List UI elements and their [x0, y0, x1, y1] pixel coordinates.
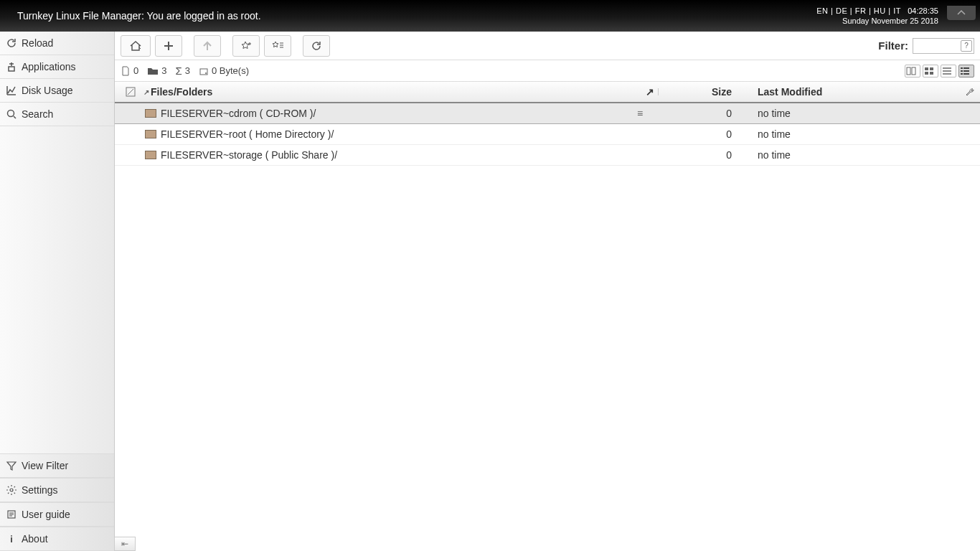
collapse-topbar-button[interactable]	[947, 6, 976, 20]
info-icon	[6, 533, 17, 545]
sidebar-item-settings[interactable]: Settings	[0, 478, 114, 502]
view-details-button[interactable]	[958, 65, 974, 77]
svg-rect-12	[930, 72, 933, 75]
select-all-checkbox[interactable]	[121, 87, 141, 97]
svg-rect-10	[930, 67, 933, 70]
status-bar: 0 3 Σ 3 0 Byte(s)	[115, 60, 980, 82]
chevron-up-icon	[956, 9, 966, 17]
row-size: 0	[659, 108, 745, 119]
svg-rect-7	[907, 67, 910, 75]
row-name: FILESERVER~storage ( Public Share )/	[156, 149, 637, 161]
book-icon	[6, 509, 17, 520]
row-modified: no time	[745, 108, 960, 119]
svg-rect-16	[963, 70, 969, 72]
view-columns-button[interactable]	[905, 65, 920, 77]
reload-icon	[6, 37, 17, 49]
row-name: FILESERVER~root ( Home Directory )/	[156, 128, 637, 140]
file-icon	[121, 65, 131, 77]
bookmarks-button[interactable]	[264, 35, 291, 57]
svg-point-1	[10, 489, 13, 491]
row-menu-button[interactable]: ≡	[637, 108, 659, 119]
folder-icon	[145, 130, 156, 138]
refresh-icon	[311, 40, 322, 52]
refresh-button[interactable]	[303, 35, 330, 57]
row-modified: no time	[745, 128, 960, 140]
sidebar-item-label: Reload	[22, 37, 53, 49]
arrow-up-icon	[202, 40, 213, 52]
sidebar-item-label: Disk Usage	[22, 85, 73, 96]
svg-rect-9	[925, 67, 928, 70]
search-icon	[6, 108, 17, 120]
home-icon	[128, 39, 143, 52]
row-name: FILESERVER~cdrom ( CD-ROM )/	[156, 108, 637, 119]
gear-icon	[6, 484, 17, 496]
table-row[interactable]: FILESERVER~storage ( Public Share )/0no …	[115, 145, 980, 166]
wrench-icon	[965, 87, 975, 97]
language-switcher[interactable]: EN | DE | FR | HU | IT	[816, 6, 901, 15]
sidebar: Reload Applications Disk Usage Search Vi…	[0, 32, 115, 551]
svg-point-3	[11, 535, 12, 537]
bookmark-add-button[interactable]	[232, 35, 260, 57]
collapse-sidebar-button[interactable]: ⇤	[114, 537, 136, 551]
column-header-modified[interactable]: Last Modified	[745, 86, 960, 98]
row-size: 0	[659, 128, 745, 140]
sidebar-item-reload[interactable]: Reload	[0, 32, 114, 55]
filter-label: Filter:	[878, 39, 908, 52]
applications-icon	[6, 61, 17, 72]
table-header: ↗ Files/Folders ↗ Size Last Modified	[115, 82, 980, 103]
list-icon	[942, 67, 952, 75]
svg-rect-4	[11, 537, 12, 542]
table-row[interactable]: FILESERVER~cdrom ( CD-ROM )/≡0no time	[115, 103, 980, 124]
folder-icon	[145, 109, 156, 118]
new-button[interactable]	[155, 35, 182, 57]
up-button[interactable]	[194, 35, 221, 57]
home-button[interactable]	[121, 35, 151, 57]
sidebar-item-user-guide[interactable]: User guide	[0, 502, 114, 527]
toolbar: Filter: ?	[115, 32, 980, 60]
bytes-label: 0 Byte(s)	[212, 65, 249, 76]
view-list-button[interactable]	[941, 65, 956, 77]
star-plus-icon	[240, 40, 253, 52]
table-body: FILESERVER~cdrom ( CD-ROM )/≡0no timeFIL…	[115, 103, 980, 166]
folder-count: 3	[161, 65, 166, 76]
svg-rect-13	[961, 67, 963, 69]
columns-icon	[906, 67, 916, 75]
filter-icon	[6, 460, 17, 471]
sidebar-item-disk-usage[interactable]: Disk Usage	[0, 79, 114, 103]
svg-point-6	[205, 72, 207, 74]
sidebar-item-applications[interactable]: Applications	[0, 55, 114, 79]
star-list-icon	[271, 40, 284, 52]
chart-icon	[6, 85, 17, 96]
svg-point-0	[8, 110, 14, 117]
filter-help-button[interactable]: ?	[961, 40, 972, 52]
app-title: Turnkey Linux File Manager: You are logg…	[17, 10, 261, 22]
sidebar-item-label: View Filter	[22, 460, 68, 471]
checkbox-icon	[126, 87, 136, 97]
sidebar-item-view-filter[interactable]: View Filter	[0, 453, 114, 478]
sidebar-item-label: About	[22, 533, 48, 545]
column-settings-button[interactable]	[960, 87, 980, 97]
folder-icon	[147, 66, 159, 76]
sidebar-item-label: Search	[22, 108, 53, 120]
column-header-size[interactable]: Size	[659, 86, 745, 98]
disk-icon	[199, 66, 209, 76]
sidebar-item-label: Applications	[22, 61, 76, 72]
view-grid-button[interactable]	[923, 65, 938, 77]
row-size: 0	[659, 149, 745, 161]
svg-rect-18	[963, 73, 969, 75]
details-icon	[960, 67, 970, 75]
sidebar-item-search[interactable]: Search	[0, 103, 114, 126]
svg-rect-11	[925, 72, 928, 75]
sidebar-item-label: User guide	[22, 509, 70, 520]
table-row[interactable]: FILESERVER~root ( Home Directory )/0no t…	[115, 124, 980, 145]
sidebar-item-about[interactable]: About	[0, 527, 114, 551]
column-header-label: Files/Folders	[151, 86, 212, 98]
expand-icon: ↗	[646, 86, 654, 98]
sigma-icon: Σ	[175, 65, 182, 77]
file-count: 0	[133, 65, 138, 76]
folder-icon	[145, 151, 156, 159]
row-modified: no time	[745, 149, 960, 161]
svg-rect-17	[961, 73, 963, 75]
svg-rect-8	[912, 67, 915, 75]
column-header-name[interactable]: ↗ Files/Folders ↗	[141, 86, 659, 98]
